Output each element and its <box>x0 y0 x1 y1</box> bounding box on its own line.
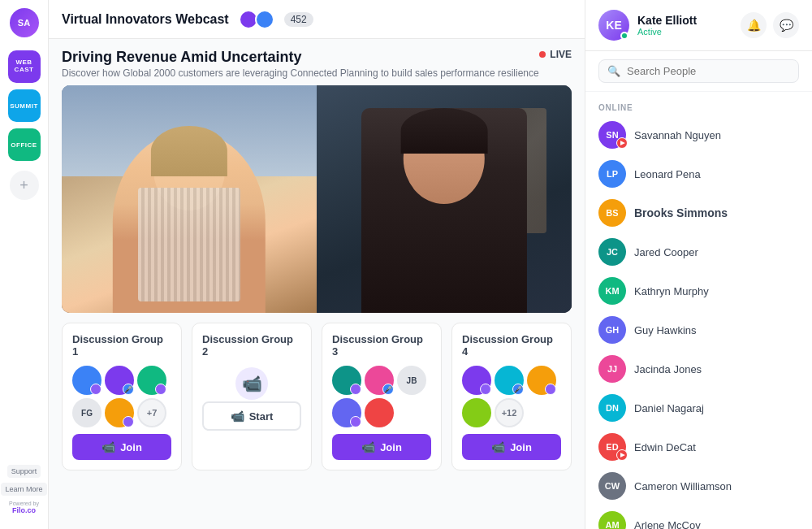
video-panel-left <box>62 85 317 313</box>
nav-add-button[interactable]: + <box>10 171 39 200</box>
live-badge: LIVE <box>539 49 572 60</box>
nav-item-summit[interactable]: SUMMIT <box>8 89 41 122</box>
person-name-savannah: Savannah Nguyen <box>634 129 721 141</box>
group-avatar <box>332 398 361 427</box>
group-4-avatars: 🎤 +12 <box>462 366 561 427</box>
video-panel-right <box>317 85 572 313</box>
support-button[interactable]: Support <box>7 465 41 478</box>
discussion-group-1: Discussion Group 1 🎤 FG +7 <box>62 323 182 470</box>
person-name-daniel: Daniel Nagaraj <box>634 402 704 414</box>
group-avatar: 🎤 <box>495 366 524 395</box>
nav-label-office: OFFICE <box>11 141 37 149</box>
discussion-groups: Discussion Group 1 🎤 FG +7 <box>62 323 572 470</box>
right-panel: KE Kate Elliott Active 🔔 💬 🔍 ONLINE SN ▶ <box>585 0 812 529</box>
filo-branding: Powered by Filo.co <box>9 501 39 514</box>
person-item-guy[interactable]: GH Guy Hawkins <box>585 310 812 349</box>
webcast-title-bar: Driving Revenue Amid Uncertainty Discove… <box>62 49 572 79</box>
discussion-group-2: Discussion Group 2 📹 📹 Start <box>192 323 312 470</box>
notification-button[interactable]: 🔔 <box>741 12 767 38</box>
group-4-join-button[interactable]: 📹 Join <box>462 434 561 460</box>
user-avatar: KE <box>598 10 629 41</box>
webcast-area: Driving Revenue Amid Uncertainty Discove… <box>49 39 585 529</box>
webcast-title: Driving Revenue Amid Uncertainty <box>62 49 539 66</box>
person-item-brooks[interactable]: BS Brooks Simmons <box>585 193 812 232</box>
group-avatar <box>137 366 166 395</box>
group-1-title: Discussion Group 1 <box>72 333 171 358</box>
group-avatar <box>462 398 491 427</box>
speaker-badge-savannah: ▶ <box>616 137 628 149</box>
search-input[interactable] <box>627 65 790 77</box>
right-header-icons: 🔔 💬 <box>741 12 799 38</box>
discussion-group-3: Discussion Group 3 🎤 JB 📹 <box>322 323 442 470</box>
learn-more-button[interactable]: Learn More <box>1 483 46 496</box>
logo-initials: SA <box>18 18 30 28</box>
person-name-kathryn: Kathryn Murphy <box>634 285 709 297</box>
group-1-join-button[interactable]: 📹 Join <box>72 434 171 460</box>
nav-item-office[interactable]: OFFICE <box>8 128 41 161</box>
person-item-daniel[interactable]: DN Daniel Nagaraj <box>585 388 812 427</box>
person-name-arlene: Arlene McCoy <box>634 519 701 530</box>
person-avatar-jared: JC <box>598 238 626 266</box>
header-avatars <box>239 10 274 29</box>
group-1-avatars: 🎤 FG +7 <box>72 366 171 427</box>
nav-item-webcast[interactable]: WEBCAST <box>8 50 41 83</box>
right-header: KE Kate Elliott Active 🔔 💬 <box>585 0 812 51</box>
attendee-count: 452 <box>284 12 313 27</box>
group-2-empty: 📹 <box>202 366 301 401</box>
group-4-extra: +12 <box>495 398 524 427</box>
group-avatar-jb: JB <box>397 366 426 395</box>
person-name-leonard: Leonard Pena <box>634 168 701 180</box>
group-2-title: Discussion Group 2 <box>202 333 301 358</box>
user-status: Active <box>637 27 697 37</box>
group-avatar: 🎤 <box>365 366 394 395</box>
user-initials: KE <box>606 19 621 32</box>
person-avatar-arlene: AM <box>598 511 626 529</box>
online-section-label: ONLINE <box>585 98 812 115</box>
nav-logo[interactable]: SA <box>10 8 39 37</box>
person-name-guy: Guy Hawkins <box>634 324 697 336</box>
person-avatar-jacinda: JJ <box>598 355 626 383</box>
person-avatar-kathryn: KM <box>598 277 626 305</box>
person-avatar-cameron: CW <box>598 472 626 500</box>
group-avatar-fg: FG <box>72 398 102 427</box>
group-1-extra: +7 <box>137 398 166 427</box>
person-item-edwin[interactable]: ED ▶ Edwin DeCat <box>585 427 812 466</box>
nav-bottom: Support Learn More Powered by Filo.co <box>1 465 46 521</box>
speaker-badge-edwin: ▶ <box>616 449 628 461</box>
header-avatar-2 <box>255 10 274 29</box>
group-2-camera-icon: 📹 <box>235 367 268 400</box>
group-3-title: Discussion Group 3 <box>332 333 431 358</box>
group-2-start-button[interactable]: 📹 Start <box>202 401 301 431</box>
right-user: KE Kate Elliott Active <box>598 10 697 41</box>
group-avatar <box>105 398 134 427</box>
search-icon: 🔍 <box>607 65 620 77</box>
group-avatar <box>72 366 102 395</box>
person-item-jacinda[interactable]: JJ Jacinda Jones <box>585 349 812 388</box>
person-item-jared[interactable]: JC Jared Cooper <box>585 232 812 271</box>
user-name: Kate Elliott <box>637 14 697 27</box>
person-item-leonard[interactable]: LP Leonard Pena <box>585 154 812 193</box>
group-4-title: Discussion Group 4 <box>462 333 561 358</box>
message-button[interactable]: 💬 <box>773 12 799 38</box>
live-label: LIVE <box>550 49 572 60</box>
nav-label-summit: SUMMIT <box>10 102 38 110</box>
video-container <box>62 85 572 313</box>
group-3-join-button[interactable]: 📹 Join <box>332 434 431 460</box>
search-input-wrap: 🔍 <box>598 59 799 83</box>
live-dot <box>539 51 546 58</box>
webcast-subtitle: Discover how Global 2000 customers are l… <box>62 67 539 79</box>
person-avatar-leonard: LP <box>598 160 626 188</box>
people-list: ONLINE SN ▶ Savannah Nguyen LP Leonard P… <box>585 92 812 529</box>
person-item-kathryn[interactable]: KM Kathryn Murphy <box>585 271 812 310</box>
group-avatar <box>332 366 361 395</box>
person-name-edwin: Edwin DeCat <box>634 441 696 453</box>
person-item-arlene[interactable]: AM Arlene McCoy <box>585 505 812 529</box>
group-2-start-label: Start <box>249 410 274 423</box>
top-header: Virtual Innovators Webcast 452 <box>49 0 585 39</box>
main-content: Virtual Innovators Webcast 452 Driving R… <box>49 0 585 529</box>
person-item-cameron[interactable]: CW Cameron Williamson <box>585 466 812 505</box>
group-avatar <box>527 366 556 395</box>
group-4-join-label: Join <box>510 441 532 453</box>
person-avatar-guy: GH <box>598 316 626 344</box>
person-item-savannah[interactable]: SN ▶ Savannah Nguyen <box>585 115 812 154</box>
